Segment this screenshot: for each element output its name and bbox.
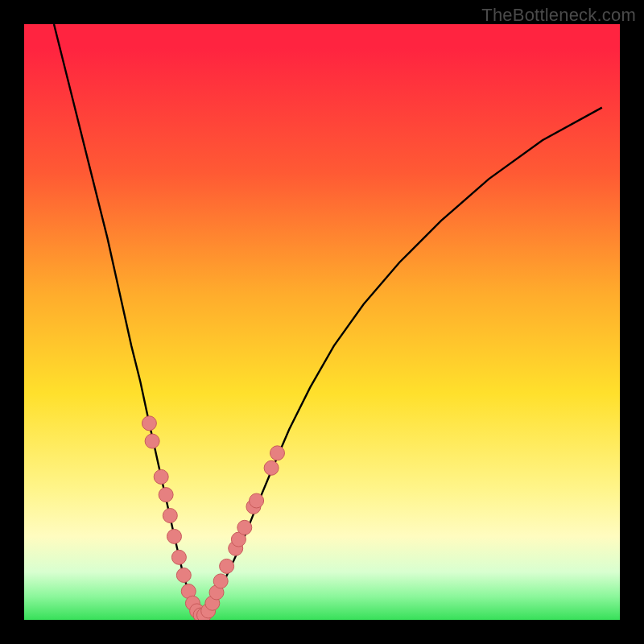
sample-dot	[163, 509, 177, 523]
sample-dot	[145, 434, 159, 448]
sample-dot	[176, 568, 191, 583]
sample-dot	[264, 460, 279, 475]
chart-svg	[24, 24, 620, 620]
sample-dot	[154, 469, 168, 484]
sample-dot	[159, 488, 173, 502]
left-branch-path	[54, 24, 203, 620]
watermark-text: TheBottleneck.com	[481, 5, 636, 26]
right-branch-path	[203, 108, 602, 620]
plot-area	[24, 24, 620, 620]
sample-dot	[171, 550, 186, 564]
sample-dot	[250, 493, 264, 508]
sample-dots	[142, 416, 284, 620]
sample-dot	[270, 446, 285, 460]
sample-dot	[213, 574, 228, 588]
sample-dot	[237, 520, 252, 535]
sample-dot	[220, 559, 234, 573]
sample-dot	[142, 416, 156, 431]
sample-dot	[167, 529, 181, 543]
chart-stage: TheBottleneck.com	[0, 0, 644, 644]
